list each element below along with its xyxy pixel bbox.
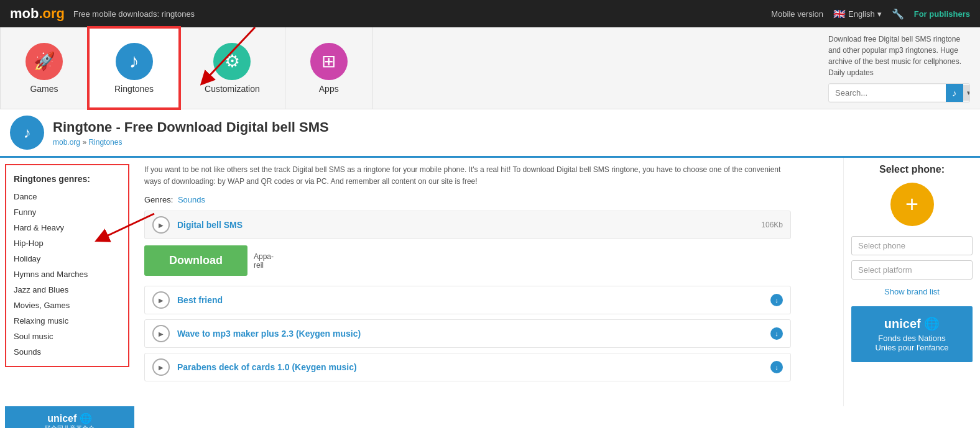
main-track-row: ▶ Digital bell SMS 106Kb bbox=[144, 211, 791, 239]
select-phone-title: Select phone: bbox=[851, 164, 973, 175]
track-name-1: Best friend bbox=[177, 295, 764, 305]
sidebar-item-soul[interactable]: Soul music bbox=[6, 329, 128, 344]
sidebar-item-movies[interactable]: Movies, Games bbox=[6, 298, 128, 313]
show-brand-link[interactable]: Show brand list bbox=[851, 287, 973, 296]
unicef-ad: unicef 🌐 Fonds des NationsUnies pour l'e… bbox=[851, 306, 973, 362]
sidebar-unicef-ad: unicef 🌐 联合国儿童基金会 Zone de publicité bbox=[5, 406, 134, 428]
logo-mob: mob bbox=[10, 6, 39, 21]
description-text: If you want to be not like others set th… bbox=[144, 164, 791, 188]
apps-icon: ⊞ bbox=[310, 43, 348, 80]
track-download-btn-1[interactable]: ↓ bbox=[770, 294, 783, 306]
ringtones-icon: ♪ bbox=[116, 43, 153, 80]
nav-item-customization[interactable]: ⚙ Customization bbox=[180, 27, 285, 109]
track-play-btn-3[interactable]: ▶ bbox=[152, 358, 170, 376]
chevron-down-icon: ▾ bbox=[877, 9, 882, 19]
sidebar-item-hymns[interactable]: Hymns and Marches bbox=[6, 266, 128, 282]
nav-item-apps[interactable]: ⊞ Apps bbox=[285, 27, 373, 109]
customization-icon: ⚙ bbox=[213, 43, 251, 80]
sidebar-title: Ringtones genres: bbox=[6, 171, 128, 189]
nav-label-apps: Apps bbox=[319, 84, 339, 94]
breadcrumb-home[interactable]: mob.org bbox=[53, 138, 80, 147]
breadcrumb: mob.org » Ringtones bbox=[53, 138, 329, 147]
nav-desc-text: Download free Digital bell SMS ringtone … bbox=[828, 35, 961, 77]
wrench-icon: 🔧 bbox=[892, 8, 904, 20]
track-row-best-friend: ▶ Best friend ↓ bbox=[144, 286, 791, 314]
sidebar-item-hard-heavy[interactable]: Hard & Heavy bbox=[6, 220, 128, 235]
language-label: English bbox=[848, 9, 875, 19]
header: mob.org Free mobile downloads: ringtones… bbox=[0, 0, 980, 27]
for-publishers-link[interactable]: For publishers bbox=[914, 9, 970, 19]
games-icon: 🚀 bbox=[25, 43, 63, 80]
track-download-btn-2[interactable]: ↓ bbox=[770, 327, 783, 340]
track-row-wave: ▶ Wave to mp3 maker plus 2.3 (Keygen mus… bbox=[144, 319, 791, 348]
mobile-version-link[interactable]: Mobile version bbox=[771, 9, 823, 19]
sidebar-item-holiday[interactable]: Holiday bbox=[6, 251, 128, 266]
nav-label-games: Games bbox=[30, 84, 58, 94]
search-input[interactable] bbox=[829, 84, 946, 101]
unicef-title: unicef 🌐 bbox=[858, 316, 966, 331]
track-download-btn-3[interactable]: ↓ bbox=[770, 361, 783, 373]
breadcrumb-sep: » bbox=[82, 138, 88, 147]
header-subtitle: Free mobile downloads: ringtones bbox=[73, 9, 195, 19]
nav-description: Download free Digital bell SMS ringtone … bbox=[818, 27, 980, 109]
main-track-size: 106Kb bbox=[761, 221, 783, 229]
language-selector[interactable]: 🇬🇧 English ▾ bbox=[833, 8, 882, 20]
track-row-parabens: ▶ Parabens deck of cards 1.0 (Keygen mus… bbox=[144, 353, 791, 381]
genres-line: Genres: Sounds bbox=[144, 195, 833, 204]
genres-link[interactable]: Sounds bbox=[178, 195, 205, 204]
sidebar-unicef-org: 联合国儿童基金会 bbox=[11, 424, 128, 428]
nav-bar: 🚀 Games ♪ Ringtones ⚙ Customization ⊞ Ap… bbox=[0, 27, 980, 109]
nav-label-customization: Customization bbox=[205, 84, 260, 94]
genres-label: Genres: bbox=[144, 195, 173, 204]
nav-label-ringtones: Ringtones bbox=[114, 84, 154, 94]
track-play-btn-1[interactable]: ▶ bbox=[152, 291, 170, 309]
unicef-subtitle: Fonds des NationsUnies pour l'enfance bbox=[858, 334, 966, 352]
add-phone-button[interactable]: + bbox=[890, 183, 934, 226]
track-name-2: Wave to mp3 maker plus 2.3 (Keygen music… bbox=[177, 329, 764, 339]
page-title-block: Ringtone - Free Download Digital bell SM… bbox=[53, 119, 329, 147]
nav-item-ringtones[interactable]: ♪ Ringtones bbox=[88, 27, 180, 109]
main-track-play-button[interactable]: ▶ bbox=[152, 216, 170, 234]
page-icon: ♪ bbox=[10, 116, 44, 150]
download-area: Download Appa-reil bbox=[144, 245, 833, 276]
sidebar-item-jazz[interactable]: Jazz and Blues bbox=[6, 282, 128, 298]
sidebar-item-funny[interactable]: Funny bbox=[6, 204, 128, 220]
sidebar-item-dance[interactable]: Dance bbox=[6, 189, 128, 204]
header-right: Mobile version 🇬🇧 English ▾ 🔧 For publis… bbox=[771, 8, 970, 20]
appareil-label: Appa-reil bbox=[254, 252, 274, 270]
content: If you want to be not like others set th… bbox=[134, 158, 843, 406]
main-layout: Ringtones genres: Dance Funny Hard & Hea… bbox=[0, 158, 980, 406]
download-button[interactable]: Download bbox=[144, 245, 247, 276]
bottom-bar: unicef 🌐 联合国儿童基金会 Zone de publicité bbox=[0, 406, 980, 428]
main-track-name: Digital bell SMS bbox=[177, 220, 755, 230]
select-platform-dropdown[interactable]: Select platform bbox=[851, 260, 973, 280]
sidebar-item-relaxing[interactable]: Relaxing music bbox=[6, 313, 128, 329]
logo-org: .org bbox=[39, 6, 65, 21]
track-name-3: Parabens deck of cards 1.0 (Keygen music… bbox=[177, 362, 764, 372]
logo[interactable]: mob.org bbox=[10, 6, 65, 22]
sidebar: Ringtones genres: Dance Funny Hard & Hea… bbox=[5, 164, 129, 367]
search-button[interactable]: ♪ bbox=[946, 84, 963, 102]
search-dropdown-button[interactable]: ▾ bbox=[963, 85, 971, 101]
sidebar-item-sounds[interactable]: Sounds bbox=[6, 344, 128, 360]
breadcrumb-current[interactable]: Ringtones bbox=[88, 138, 122, 147]
page-header: ♪ Ringtone - Free Download Digital bell … bbox=[0, 109, 980, 158]
right-panel: Select phone: + Select phone Select plat… bbox=[843, 158, 980, 406]
page-title: Ringtone - Free Download Digital bell SM… bbox=[53, 119, 329, 135]
select-phone-dropdown[interactable]: Select phone bbox=[851, 236, 973, 255]
sidebar-item-hip-hop[interactable]: Hip-Hop bbox=[6, 235, 128, 251]
search-bar[interactable]: ♪ ▾ bbox=[828, 83, 970, 102]
sidebar-unicef-title: unicef 🌐 bbox=[11, 412, 128, 424]
flag-icon: 🇬🇧 bbox=[833, 8, 846, 20]
track-play-btn-2[interactable]: ▶ bbox=[152, 325, 170, 342]
nav-item-games[interactable]: 🚀 Games bbox=[0, 27, 88, 109]
